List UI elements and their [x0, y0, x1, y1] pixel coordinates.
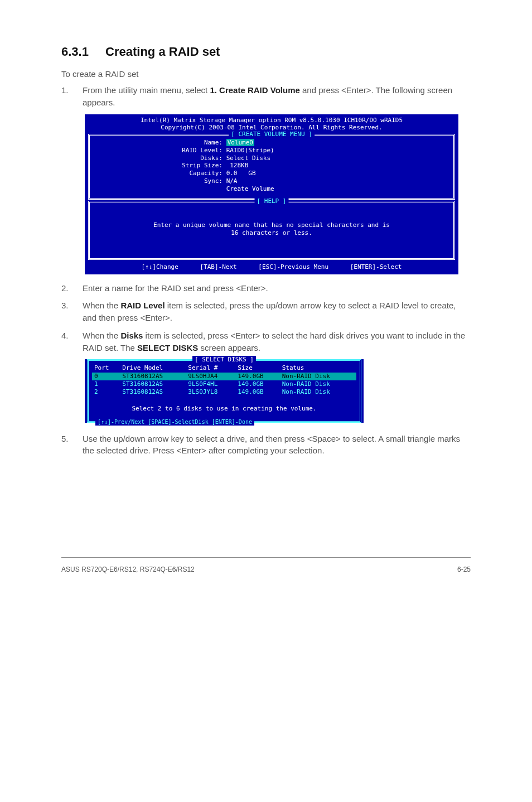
section-heading: 6.3.1 Creating a RAID set [61, 45, 471, 59]
section-title: Creating a RAID set [105, 45, 220, 59]
disks-table: Port Drive Model Serial # Size Status 0 … [92, 364, 356, 396]
key-hint-select: [ENTER]-Select [350, 263, 402, 270]
field-value-disks[interactable]: Select Disks [226, 154, 270, 162]
step-number: 4. [61, 330, 83, 354]
step-number: 5. [61, 433, 83, 457]
col-model: Drive Model [120, 364, 186, 372]
col-size: Size [235, 364, 279, 372]
create-volume-box: [ CREATE VOLUME MENU ] Name: Volume0 RAI… [88, 134, 455, 200]
help-line-2: 16 characters or less. [94, 229, 449, 237]
field-label-sync: Sync: [167, 177, 223, 185]
intro-text: To create a RAID set [61, 69, 471, 79]
box-title: [ CREATE VOLUME MENU ] [229, 131, 315, 138]
field-value-raidlevel[interactable]: RAID0(Stripe) [226, 147, 274, 154]
steps-list-cont2: 5. Use the up/down arrow key to select a… [61, 433, 471, 457]
col-status: Status [280, 364, 356, 372]
bios-key-footer: [↑↓]Change [TAB]-Next [ESC]-Previous Men… [85, 261, 458, 274]
field-label-stripsize: Strip Size: [167, 162, 223, 170]
table-row[interactable]: 1 ST3160812AS 9LS0F4HL 149.0GB Non-RAID … [92, 380, 356, 388]
step-text: When the Disks item is selected, press <… [83, 330, 471, 354]
footer-divider [61, 557, 471, 558]
step-1: 1. From the utility main menu, select 1.… [61, 84, 471, 109]
section-number: 6.3.1 [61, 45, 89, 59]
bios-create-volume-screen: Intel(R) Matrix Storage Manager option R… [85, 114, 458, 274]
step-5: 5. Use the up/down arrow key to select a… [61, 433, 471, 457]
table-row[interactable]: 2 ST3160812AS 3LS0JYL8 149.0GB Non-RAID … [92, 388, 356, 396]
field-label-capacity: Capacity: [167, 170, 223, 177]
col-port: Port [92, 364, 120, 372]
field-value-name[interactable]: Volume0 [226, 139, 254, 146]
page-footer: ASUS RS720Q-E6/RS12, RS724Q-E6/RS12 6-25 [61, 561, 471, 573]
box-title-select-disks: [ SELECT DISKS ] [192, 356, 256, 364]
field-value-stripsize[interactable]: 128KB [226, 162, 249, 169]
select-disks-box: [ SELECT DISKS ] Port Drive Model Serial… [87, 359, 361, 422]
step-text: From the utility main menu, select 1. Cr… [83, 84, 471, 109]
field-value-sync: N/A [226, 177, 238, 185]
bios-header: Intel(R) Matrix Storage Manager option R… [85, 114, 458, 133]
key-hint-next: [TAB]-Next [200, 263, 236, 270]
create-volume-action[interactable]: Create Volume [226, 185, 274, 192]
step-3: 3. When the RAID Level item is selected,… [61, 299, 471, 324]
footer-left: ASUS RS720Q-E6/RS12, RS724Q-E6/RS12 [61, 566, 195, 573]
step-text: Enter a name for the RAID set and press … [83, 282, 471, 294]
field-label-raidlevel: RAID Level: [167, 147, 223, 154]
steps-list-cont: 2. Enter a name for the RAID set and pre… [61, 282, 471, 354]
help-box: [ HELP ] Enter a unique volume name that… [88, 201, 455, 260]
field-label-name: Name: [167, 139, 223, 147]
step-number: 1. [61, 84, 83, 109]
footer-right: 6-25 [457, 566, 471, 573]
select-disks-key-hints: [↑↓]-Prev/Next [SPACE]-SelectDisk [ENTER… [95, 418, 254, 426]
select-disks-instruction: Select 2 to 6 disks to use in creating t… [92, 396, 356, 418]
step-number: 3. [61, 299, 83, 324]
step-number: 2. [61, 282, 83, 294]
field-label-disks: Disks: [167, 154, 223, 162]
box-title-help: [ HELP ] [255, 197, 289, 205]
key-hint-change: [↑↓]Change [142, 263, 178, 270]
step-4: 4. When the Disks item is selected, pres… [61, 330, 471, 354]
table-header-row: Port Drive Model Serial # Size Status [92, 364, 356, 372]
table-row[interactable]: 0 ST3160812AS 9LS0HJA4 149.0GB Non-RAID … [92, 373, 356, 380]
field-value-capacity[interactable]: 0.0 GB [226, 170, 256, 177]
col-serial: Serial # [186, 364, 235, 372]
step-2: 2. Enter a name for the RAID set and pre… [61, 282, 471, 294]
steps-list: 1. From the utility main menu, select 1.… [61, 84, 471, 109]
step-text: Use the up/down arrow key to select a dr… [83, 433, 471, 457]
key-hint-prev: [ESC]-Previous Menu [258, 263, 328, 270]
step-text: When the RAID Level item is selected, pr… [83, 299, 471, 324]
bios-select-disks-screen: [ SELECT DISKS ] Port Drive Model Serial… [85, 359, 364, 422]
help-line-1: Enter a unique volume name that has no s… [94, 221, 449, 229]
